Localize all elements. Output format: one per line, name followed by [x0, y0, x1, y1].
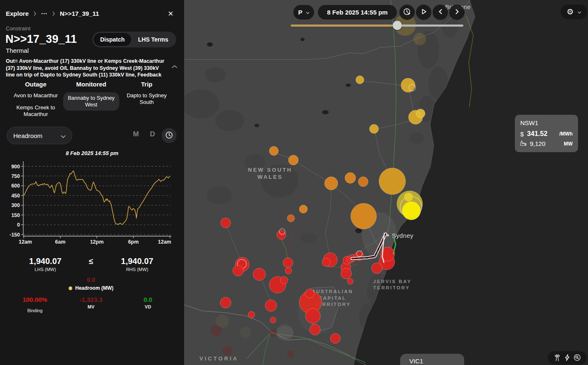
- chevron-up-icon[interactable]: [172, 64, 177, 70]
- clock-icon: [165, 131, 173, 141]
- chevron-down-icon: [61, 132, 66, 139]
- generator-bubble[interactable]: [330, 333, 340, 343]
- generator-bubble[interactable]: [401, 78, 415, 92]
- svg-text:6pm: 6pm: [128, 239, 139, 245]
- transmission-layer-button[interactable]: [554, 354, 561, 363]
- generator-bubble[interactable]: [341, 268, 352, 279]
- generator-bubble[interactable]: [325, 177, 338, 190]
- generator-bubble[interactable]: [345, 173, 356, 183]
- breadcrumb-explore[interactable]: Explore: [6, 10, 29, 17]
- generator-bubble[interactable]: [277, 324, 293, 341]
- chevron-right-icon: [33, 11, 37, 16]
- generator-bubble[interactable]: [358, 177, 368, 187]
- region-tooltip-vic1[interactable]: VIC1: [400, 354, 464, 365]
- region-generation: 9,120: [530, 140, 546, 147]
- map-line: [263, 333, 271, 365]
- generator-bubble[interactable]: [369, 124, 379, 133]
- svg-text:12am: 12am: [158, 239, 171, 245]
- generator-bubble[interactable]: [277, 230, 286, 239]
- gear-icon: ⚙: [566, 8, 573, 16]
- time-view-button[interactable]: [162, 128, 177, 143]
- binding-block: 100.00% Binding: [6, 296, 64, 313]
- svg-text:600: 600: [11, 183, 20, 189]
- generator-bubble[interactable]: [265, 300, 277, 311]
- generator-bubble[interactable]: [402, 202, 421, 220]
- generator-bubble[interactable]: [288, 155, 298, 165]
- generator-bubble[interactable]: [322, 258, 330, 266]
- time-reset-button[interactable]: [399, 5, 415, 20]
- metric-dropdown[interactable]: Headroom: [7, 127, 72, 144]
- breadcrumb-ellipsis[interactable]: ···: [41, 10, 47, 17]
- generator-bubble[interactable]: [347, 279, 353, 284]
- zoom-locate-button[interactable]: [573, 354, 581, 363]
- generator-bubble[interactable]: [413, 33, 426, 45]
- region-name: NSW1: [520, 119, 573, 126]
- next-interval-button[interactable]: [449, 5, 465, 20]
- settings-dropdown[interactable]: ⚙: [561, 5, 587, 19]
- time-slider-handle[interactable]: [393, 21, 402, 30]
- generator-bubble[interactable]: [287, 350, 295, 358]
- lhs-terms-tab[interactable]: LHS Terms: [131, 33, 175, 46]
- generator-bubble[interactable]: [253, 268, 266, 281]
- trip-item[interactable]: Dapto to Sydney South: [120, 92, 174, 106]
- generator-bubble[interactable]: [248, 311, 255, 318]
- generator-bubble[interactable]: [222, 345, 232, 355]
- breadcrumb-current: N>>17_39_11: [60, 10, 99, 17]
- generator-bubble[interactable]: [310, 324, 320, 335]
- generator-bubble[interactable]: [270, 317, 276, 323]
- trip-header: Trip: [120, 81, 174, 88]
- svg-text:0: 0: [17, 222, 20, 228]
- period-dropdown[interactable]: P: [293, 5, 314, 20]
- generator-bubble[interactable]: [299, 205, 308, 213]
- dispatch-tab[interactable]: Dispatch: [93, 33, 131, 46]
- monitored-item[interactable]: Bannaby to Sydney West: [63, 92, 119, 111]
- outage-column: Outage Avon to Macarthur Kemps Creek to …: [7, 81, 65, 123]
- time-slider[interactable]: [291, 22, 463, 28]
- play-button[interactable]: [416, 5, 431, 20]
- map-label: TERRITORY: [373, 285, 410, 290]
- breadcrumb: Explore ··· N>>17_39_11: [6, 10, 99, 17]
- generator-bubble[interactable]: [233, 265, 244, 276]
- generator-bubble[interactable]: [379, 168, 406, 195]
- generator-bubble[interactable]: [404, 193, 413, 201]
- day-view-button[interactable]: D: [147, 130, 158, 138]
- view-toggle: Dispatch LHS Terms: [92, 32, 176, 47]
- mv-label: MV: [62, 304, 120, 309]
- generator-bubble[interactable]: [305, 289, 314, 298]
- generation-layer-button[interactable]: [564, 354, 571, 363]
- constraint-kind-label: Constraint: [6, 25, 30, 32]
- svg-text:750: 750: [11, 173, 20, 179]
- generator-bubble[interactable]: [240, 327, 251, 338]
- search-circle-icon: [573, 354, 581, 363]
- generator-bubble[interactable]: [285, 267, 292, 274]
- generator-bubble[interactable]: [351, 203, 376, 229]
- region-price: 341.52: [527, 130, 547, 138]
- page-title: N>>17_39_11: [5, 33, 77, 46]
- generator-bubble[interactable]: [283, 258, 293, 268]
- binding-label: Binding: [6, 308, 64, 313]
- generator-bubble[interactable]: [280, 276, 288, 284]
- network-map[interactable]: NEW SOUTHWALESVICTORIAAUSTRALIANCAPITALT…: [184, 0, 588, 365]
- map-canvas[interactable]: NEW SOUTHWALESVICTORIAAUSTRALIANCAPITALT…: [184, 0, 588, 365]
- generator-bubble[interactable]: [305, 308, 320, 323]
- generator-bubble[interactable]: [211, 325, 221, 336]
- outage-item[interactable]: Avon to Macarthur: [7, 92, 65, 99]
- outage-item[interactable]: Kemps Creek to Macarthur: [7, 104, 65, 118]
- generator-bubble[interactable]: [221, 218, 231, 228]
- lhs-value: 1,940.07: [14, 256, 76, 266]
- map-line: [375, 119, 415, 129]
- close-button[interactable]: ×: [168, 9, 173, 18]
- generator-bubble[interactable]: [416, 109, 425, 118]
- prev-interval-button[interactable]: [433, 5, 448, 20]
- generator-bubble[interactable]: [356, 76, 364, 84]
- month-view-button[interactable]: M: [130, 130, 141, 138]
- chart-legend: Headroom (MW): [60, 285, 122, 291]
- constraint-panel: Explore ··· N>>17_39_11 × Constraint N>>…: [0, 0, 184, 365]
- datetime-button[interactable]: 8 Feb 2025 14:55 pm: [318, 5, 397, 20]
- generator-bubble[interactable]: [371, 263, 382, 274]
- generator-bubble[interactable]: [269, 329, 278, 337]
- generator-bubble[interactable]: [220, 297, 231, 308]
- generator-bubble[interactable]: [269, 146, 278, 155]
- map-label: AUSTRALIAN: [312, 289, 353, 294]
- generator-bubble[interactable]: [287, 215, 295, 222]
